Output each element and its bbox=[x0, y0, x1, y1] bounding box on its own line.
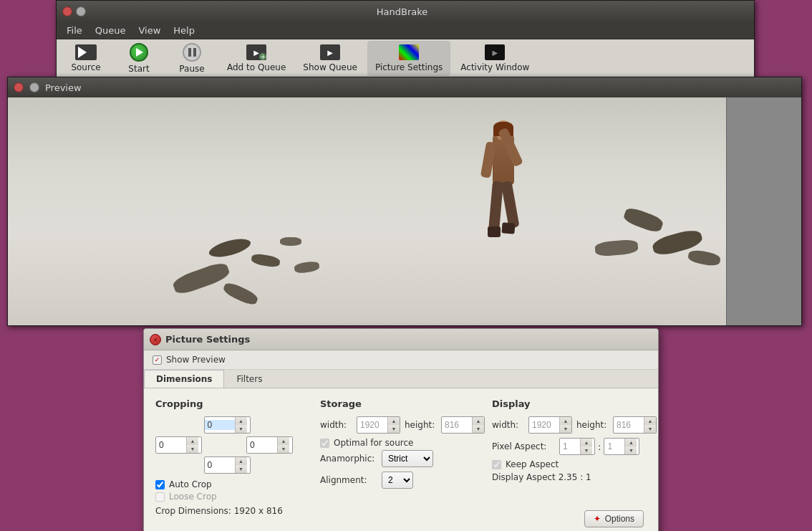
storage-height-label: height: bbox=[405, 420, 437, 430]
crop-top-down[interactable]: ▼ bbox=[236, 425, 247, 433]
debris-4 bbox=[280, 237, 301, 246]
pixel-aspect-x-input[interactable]: 1 bbox=[560, 441, 580, 451]
auto-crop-row: Auto Crop bbox=[155, 479, 299, 489]
storage-dimensions-row: width: 1920 ▲ ▼ height: 816 ▲ ▼ bbox=[320, 416, 470, 434]
show-preview-checkbox[interactable]: ✓ bbox=[153, 355, 162, 365]
add-queue-label: Add to Queue bbox=[227, 62, 286, 72]
crop-bottom-down[interactable]: ▼ bbox=[236, 465, 247, 473]
play-icon bbox=[130, 43, 148, 62]
preview-min-button[interactable] bbox=[29, 82, 39, 92]
loose-crop-checkbox[interactable] bbox=[155, 492, 165, 502]
crop-bottom-up[interactable]: ▲ bbox=[236, 457, 247, 465]
display-dimensions-row: width: 1920 ▲ ▼ height: 816 ▲ ▼ bbox=[492, 416, 657, 434]
optimal-checkbox[interactable] bbox=[320, 439, 329, 448]
display-label: Display bbox=[492, 398, 657, 409]
pixel-aspect-y-input[interactable]: 1 bbox=[604, 441, 624, 451]
optimal-row: Optimal for source bbox=[320, 438, 470, 448]
storage-height-input[interactable]: 816 bbox=[442, 420, 472, 430]
display-width-label: width: bbox=[492, 420, 524, 430]
app-title: HandBrake bbox=[92, 6, 712, 17]
preview-close-button[interactable] bbox=[14, 82, 24, 92]
menu-view[interactable]: View bbox=[132, 24, 166, 37]
show-preview-row: ✓ Show Preview bbox=[144, 350, 658, 370]
menu-queue[interactable]: Queue bbox=[90, 24, 132, 37]
display-height-input[interactable]: 816 bbox=[614, 420, 644, 430]
options-button[interactable]: ✦ Options bbox=[584, 510, 644, 527]
display-height-up[interactable]: ▲ bbox=[644, 417, 656, 425]
menu-file[interactable]: File bbox=[61, 24, 88, 37]
anamorphic-row: Anamorphic: Strict None Loose Custom bbox=[320, 450, 470, 467]
dialog-close-button[interactable]: × bbox=[150, 334, 161, 345]
pixel-aspect-x-up[interactable]: ▲ bbox=[581, 439, 592, 446]
storage-height-up[interactable]: ▲ bbox=[473, 417, 484, 425]
crop-bottom-spin-btns: ▲ ▼ bbox=[235, 457, 247, 473]
storage-height-down[interactable]: ▼ bbox=[473, 425, 484, 433]
crop-left-input[interactable]: 0 bbox=[156, 440, 186, 450]
crop-left-spinbox[interactable]: 0 ▲ ▼ bbox=[155, 436, 202, 454]
source-label: Source bbox=[71, 62, 100, 72]
display-width-spin-btns: ▲ ▼ bbox=[559, 417, 571, 433]
minimize-button[interactable] bbox=[76, 6, 86, 16]
storage-height-spinbox[interactable]: 816 ▲ ▼ bbox=[441, 416, 485, 434]
crop-middle-row: 0 ▲ ▼ 0 ▲ ▼ bbox=[155, 436, 299, 454]
toolbar: Source Start Pause Add to Queue Show Que… bbox=[57, 39, 754, 78]
optimal-label: Optimal for source bbox=[334, 438, 413, 448]
show-queue-button[interactable]: Show Queue bbox=[296, 42, 364, 75]
anamorphic-select[interactable]: Strict None Loose Custom bbox=[382, 450, 433, 467]
picture-settings-button[interactable]: Picture Settings bbox=[367, 41, 450, 76]
tab-filters[interactable]: Filters bbox=[224, 370, 274, 388]
crop-bottom-row: 0 ▲ ▼ bbox=[155, 456, 299, 474]
crop-bottom-spinbox[interactable]: 0 ▲ ▼ bbox=[204, 456, 251, 474]
keep-aspect-checkbox[interactable] bbox=[492, 460, 501, 469]
display-height-spinbox[interactable]: 816 ▲ ▼ bbox=[613, 416, 657, 434]
crop-top-up[interactable]: ▲ bbox=[236, 417, 247, 425]
dialog-content: Cropping 0 ▲ ▼ 0 ▲ ▼ bbox=[144, 388, 658, 526]
pixel-aspect-x-down[interactable]: ▼ bbox=[581, 446, 592, 454]
preview-title: Preview bbox=[45, 82, 82, 93]
crop-top-spinbox[interactable]: 0 ▲ ▼ bbox=[204, 416, 251, 434]
pixel-aspect-y-down[interactable]: ▼ bbox=[625, 446, 637, 454]
pixel-aspect-y-spinbox[interactable]: 1 ▲ ▼ bbox=[604, 438, 639, 455]
storage-width-input[interactable]: 1920 bbox=[357, 420, 387, 430]
crop-right-input[interactable]: 0 bbox=[247, 440, 277, 450]
crop-right-up[interactable]: ▲ bbox=[278, 437, 289, 445]
display-width-spinbox[interactable]: 1920 ▲ ▼ bbox=[528, 416, 572, 434]
activity-window-button[interactable]: Activity Window bbox=[453, 42, 536, 75]
add-to-queue-button[interactable]: Add to Queue bbox=[220, 42, 293, 75]
crop-top-input[interactable]: 0 bbox=[205, 420, 235, 430]
title-bar-buttons bbox=[62, 6, 86, 16]
display-width-down[interactable]: ▼ bbox=[560, 425, 571, 433]
storage-width-label: width: bbox=[320, 420, 352, 430]
start-button[interactable]: Start bbox=[114, 40, 164, 77]
dialog-footer: ✦ Options bbox=[144, 526, 658, 531]
crop-left-up[interactable]: ▲ bbox=[187, 437, 198, 445]
pixel-aspect-row: Pixel Aspect: 1 ▲ ▼ : 1 ▲ ▼ bbox=[492, 438, 657, 455]
storage-width-down[interactable]: ▼ bbox=[388, 425, 400, 433]
close-button[interactable] bbox=[62, 6, 72, 16]
alignment-select[interactable]: 2 4 8 16 bbox=[382, 472, 413, 489]
storage-width-spin-btns: ▲ ▼ bbox=[387, 417, 400, 433]
loose-crop-label: Loose Crop bbox=[169, 492, 217, 502]
display-width-up[interactable]: ▲ bbox=[560, 417, 571, 425]
storage-width-spinbox[interactable]: 1920 ▲ ▼ bbox=[357, 416, 400, 434]
show-queue-icon bbox=[320, 44, 340, 60]
crop-right-down[interactable]: ▼ bbox=[278, 445, 289, 453]
menu-bar: File Queue View Help bbox=[57, 22, 754, 39]
alignment-label: Alignment: bbox=[320, 475, 377, 485]
crop-right-spinbox[interactable]: 0 ▲ ▼ bbox=[246, 436, 293, 454]
auto-crop-label: Auto Crop bbox=[169, 479, 212, 489]
display-width-input[interactable]: 1920 bbox=[529, 420, 559, 430]
crop-top-spin-btns: ▲ ▼ bbox=[235, 417, 247, 433]
display-height-down[interactable]: ▼ bbox=[644, 425, 656, 433]
source-button[interactable]: Source bbox=[61, 42, 111, 75]
storage-width-up[interactable]: ▲ bbox=[388, 417, 400, 425]
auto-crop-checkbox[interactable] bbox=[155, 480, 165, 489]
pixel-aspect-x-spinbox[interactable]: 1 ▲ ▼ bbox=[559, 438, 595, 455]
preview-titlebar: Preview bbox=[8, 77, 801, 97]
tab-dimensions[interactable]: Dimensions bbox=[144, 370, 224, 388]
crop-left-down[interactable]: ▼ bbox=[187, 445, 198, 453]
pixel-aspect-y-up[interactable]: ▲ bbox=[625, 439, 637, 446]
pause-button[interactable]: Pause bbox=[167, 40, 217, 77]
crop-bottom-input[interactable]: 0 bbox=[205, 460, 235, 470]
menu-help[interactable]: Help bbox=[168, 24, 200, 37]
